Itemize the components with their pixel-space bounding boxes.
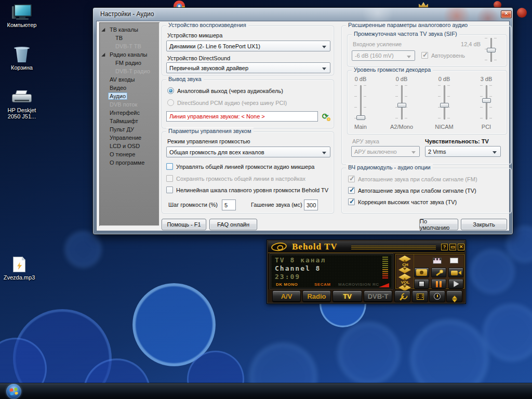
channel-up-button[interactable]	[398, 256, 411, 262]
sidebar-item-control[interactable]: Управление	[99, 134, 159, 142]
sensitivity-combo[interactable]: 2 Vrms	[425, 146, 501, 157]
automute-tv-checkbox[interactable]: Автогашение звука при слабом сигнале (TV…	[348, 187, 476, 194]
mode-tv-button[interactable]: TV	[332, 290, 362, 302]
sidebar-item-fm-radio[interactable]: FM радио	[99, 59, 159, 67]
refresh-mixer-line-icon[interactable]: ⟳	[320, 111, 330, 122]
sidebar-item-timeshift[interactable]: Таймшифт	[99, 117, 159, 125]
channel-down-button[interactable]	[398, 267, 411, 273]
mute-time-stepper[interactable]: 300	[304, 200, 326, 210]
desktop-icon-printer[interactable]: HP Deskjet 2050 J51...	[0, 90, 44, 119]
defaults-button[interactable]: По умолчанию	[419, 219, 458, 230]
sidebar-item-av-inputs[interactable]: AV входы	[99, 75, 159, 84]
channel-label: CH	[396, 262, 415, 267]
decoder-slider-nicam[interactable]	[437, 85, 451, 119]
decoder-slider-pci[interactable]	[479, 85, 493, 119]
lcd-line-source: TV 8 канал	[275, 256, 326, 264]
desktop-icon-label: Корзина	[0, 64, 44, 71]
help-button[interactable]: Помощь - F1	[162, 219, 206, 230]
nonlinear-scale-checkbox[interactable]: Нелинейная шкала главного уровня громкос…	[166, 187, 328, 193]
volume-label: VOL	[396, 280, 415, 285]
behold-eye-logo-icon	[271, 242, 287, 252]
mp3-file-icon	[13, 257, 25, 272]
sidebar-item-tv[interactable]: ТВ	[99, 34, 159, 42]
faq-button[interactable]: FAQ онлайн	[209, 219, 257, 230]
player-minimize-icon[interactable]: ▭	[449, 244, 456, 250]
expand-arrow-icon[interactable]	[101, 53, 107, 59]
clapperboard-icon[interactable]	[433, 258, 442, 264]
sidebar-item-lcd-osd[interactable]: LCD и OSD	[99, 142, 159, 150]
group-title: Параметры управления звуком	[166, 128, 254, 134]
player-help-icon[interactable]: ?	[441, 244, 448, 250]
hf-correction-checkbox[interactable]: Коррекция высоких частот звука (TV)	[348, 198, 457, 205]
sif-group: Промежуточная частота TV звука (SIF) Вхо…	[347, 34, 507, 66]
sidebar-item-remote[interactable]: Пульт ДУ	[99, 125, 159, 134]
decoder-volume-group: Уровень громкости декодера 0 dB 0 dB 0 d…	[347, 70, 507, 135]
sidebar-item-about-tuner[interactable]: О тюнере	[99, 150, 159, 158]
start-button[interactable]	[6, 384, 21, 399]
video-window-icon[interactable]	[450, 258, 458, 263]
expand-arrow-icon[interactable]	[101, 28, 107, 34]
record-video-button[interactable]	[448, 268, 463, 277]
desktop-icon-mp3[interactable]: Zvezda.mp3	[0, 257, 41, 281]
slider-thumb[interactable]	[397, 103, 406, 108]
group-title: Уровень громкости декодера	[352, 66, 433, 73]
sound-output-group: Вывод звука Аналоговый выход (через ауди…	[162, 79, 334, 128]
sidebar-item-interface[interactable]: Интерфейс	[99, 109, 159, 117]
red-app-icon-2[interactable]	[517, 8, 527, 18]
directsound-device-label: Устройство DirectSound	[167, 55, 230, 61]
printer-icon	[12, 90, 32, 105]
scheduler-clock-icon[interactable]	[429, 290, 445, 302]
lcd-status-rc: RC	[373, 282, 379, 287]
lcd-line-channel: Channel 8	[275, 264, 321, 272]
volume-mode-combo[interactable]: Общая громкость для всех каналов	[166, 147, 330, 157]
playback-device-group: Устройство воспроизведения Устройство ми…	[162, 25, 334, 75]
save-volume-checkbox: Сохранять громкость общей линии в настро…	[166, 175, 305, 182]
sidebar-item-about-program[interactable]: О программе	[99, 158, 159, 167]
decoder-slider-a2mono[interactable]	[394, 85, 408, 119]
lcd-display: TV 8 канал Channel 8 23:09 DK MONO SECAM…	[270, 254, 393, 289]
collapse-icon[interactable]	[446, 290, 462, 302]
close-button[interactable]: Закрыть	[461, 219, 507, 230]
decoder-label: Main	[348, 124, 374, 130]
analog-output-radio[interactable]: Аналоговый выход (через аудиокабель)	[167, 87, 283, 94]
sidebar-item-tv-channels[interactable]: ТВ каналы	[99, 25, 159, 34]
player-close-icon[interactable]: ✕	[458, 244, 464, 250]
settings-tree: ТВ каналы ТВ DVB-T ТВ Радио каналы FM ра…	[99, 22, 159, 226]
stop-button[interactable]	[414, 279, 429, 289]
decoder-label: NICAM	[431, 124, 457, 130]
input-gain-label: Входное усиление	[353, 41, 402, 47]
autolevel-checkbox: Автоуровень	[421, 52, 465, 59]
mode-radio-button[interactable]: Radio	[302, 290, 331, 302]
group-title: Промежуточная частота TV звука (SIF)	[352, 31, 459, 37]
settings-wrench-icon[interactable]	[394, 290, 410, 302]
playlist-film-icon[interactable]	[412, 290, 428, 302]
play-button[interactable]	[448, 279, 463, 289]
decoder-slider-main[interactable]	[353, 85, 367, 119]
slider-thumb[interactable]	[482, 98, 491, 103]
close-icon[interactable]	[501, 10, 512, 18]
mode-av-button[interactable]: A/V	[272, 290, 301, 302]
slider-thumb[interactable]	[356, 115, 365, 120]
player-titlebar[interactable]: Behold TV ? ▭ ✕	[268, 241, 464, 253]
group-title: Вывод звука	[166, 76, 204, 82]
sidebar-item-video[interactable]: Видео	[99, 84, 159, 92]
mute-time-label: Гашение звука (мс)	[251, 202, 302, 208]
pause-button[interactable]	[431, 279, 446, 289]
record-audio-button[interactable]	[431, 268, 446, 277]
mixer-device-combo[interactable]: Динамики (2- Line 6 TonePort UX1)	[166, 41, 330, 51]
sidebar-item-audio[interactable]: Аудио	[99, 92, 159, 100]
master-line-checkbox[interactable]: Управлять общей линией громкости аудио м…	[166, 163, 314, 170]
desktop-icon-label2: 2050 J51...	[0, 113, 44, 119]
directsound-device-combo[interactable]: Первичный звуковой драйвер	[166, 62, 330, 73]
input-gain-combo: -6 dB (160 mV)	[352, 50, 415, 61]
snapshot-button[interactable]	[414, 268, 429, 277]
agc-label: АРУ звука	[352, 138, 379, 144]
desktop-icon-computer[interactable]: Компьютер	[0, 4, 44, 28]
sidebar-item-radio-channels[interactable]: Радио каналы	[99, 50, 159, 59]
volume-step-stepper[interactable]: 5	[222, 200, 244, 210]
lcd-status-audio-standard: DK MONO	[276, 282, 298, 287]
decoder-label: PCI	[473, 124, 499, 130]
desktop-icon-recycle-bin[interactable]: Корзина	[0, 46, 44, 71]
decoder-value: 0 dB	[431, 76, 457, 82]
slider-thumb[interactable]	[440, 103, 449, 108]
